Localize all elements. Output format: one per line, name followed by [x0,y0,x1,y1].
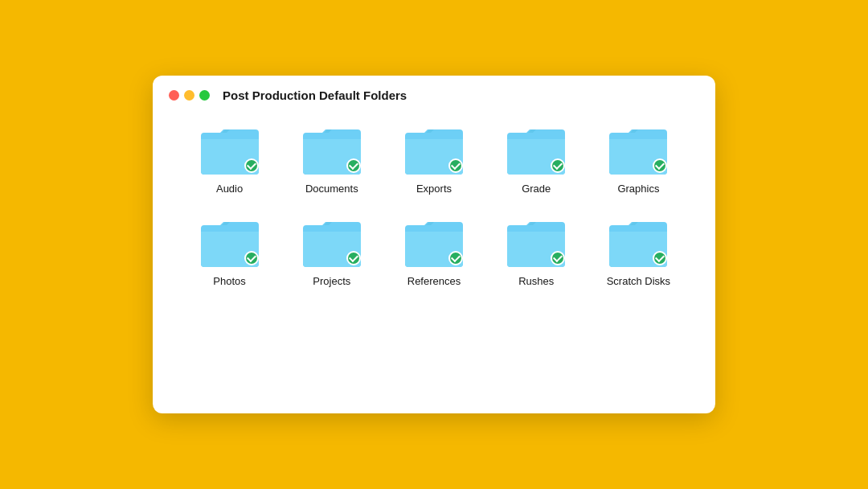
folder-label-references: References [407,275,461,287]
folder-item-graphics[interactable]: Graphics [588,121,690,195]
folder-label-grade: Grade [522,183,551,195]
folder-label-projects: Projects [313,275,350,287]
folder-item-references[interactable]: References [383,214,485,287]
folder-icon-references [402,214,466,269]
folder-item-projects[interactable]: Projects [280,214,383,287]
folder-icon-rushes [504,214,568,269]
folder-item-exports[interactable]: Exports [383,121,485,195]
check-badge-projects [346,251,361,265]
check-badge-audio [244,158,259,173]
titlebar: Post Production Default Folders [153,76,715,112]
window-title: Post Production Default Folders [223,88,407,102]
folder-item-grade[interactable]: Grade [485,121,588,195]
folder-label-exports: Exports [416,183,452,195]
close-button[interactable] [169,90,179,101]
check-badge-documents [346,158,361,173]
folder-item-audio[interactable]: Audio [178,121,280,195]
folder-icon-graphics [606,121,670,176]
folder-icon-photos [198,214,262,269]
check-badge-photos [244,251,259,265]
folder-item-rushes[interactable]: Rushes [485,214,588,287]
folder-icon-audio [198,121,262,176]
minimize-button[interactable] [184,90,194,101]
folder-icon-projects [300,214,364,269]
folder-icon-scratch-disks [606,214,670,269]
folder-icon-grade [504,121,568,176]
folder-label-photos: Photos [213,275,245,287]
folder-label-rushes: Rushes [518,275,554,287]
folder-label-scratch-disks: Scratch Disks [607,275,670,287]
folder-item-scratch-disks[interactable]: Scratch Disks [588,214,690,287]
check-badge-references [448,251,463,265]
folder-icon-exports [402,121,466,176]
check-badge-exports [448,158,463,173]
folder-grid: Audio Documents Ex [153,112,715,287]
folder-item-photos[interactable]: Photos [178,214,280,287]
main-window: Post Production Default Folders Audio [153,76,715,413]
folder-label-documents: Documents [305,183,358,195]
folder-icon-documents [300,121,364,176]
traffic-lights [169,90,210,101]
maximize-button[interactable] [199,90,210,101]
folder-label-graphics: Graphics [617,183,659,195]
folder-label-audio: Audio [216,183,243,195]
folder-item-documents[interactable]: Documents [280,121,383,195]
